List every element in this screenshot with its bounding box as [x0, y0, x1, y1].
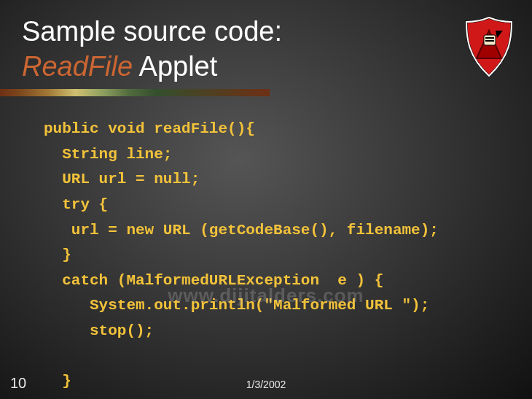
- slide: Sample source code: ReadFile Applet publ…: [0, 0, 532, 399]
- svg-rect-2: [485, 40, 494, 42]
- slide-date: 1/3/2002: [246, 379, 286, 390]
- page-number: 10: [10, 375, 26, 392]
- code-block: public void readFile(){ String line; URL…: [44, 117, 517, 395]
- title-emphasis: ReadFile: [22, 51, 133, 82]
- slide-title: Sample source code: ReadFile Applet: [22, 15, 282, 84]
- shield-logo-icon: [463, 16, 515, 77]
- title-line2-suffix: Applet: [133, 51, 217, 82]
- svg-rect-1: [485, 37, 494, 39]
- title-line1: Sample source code:: [22, 16, 282, 47]
- decorative-divider: [0, 89, 270, 96]
